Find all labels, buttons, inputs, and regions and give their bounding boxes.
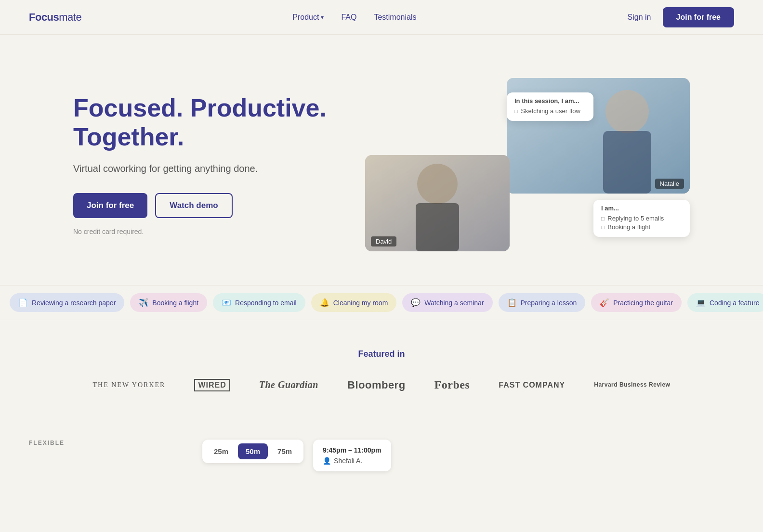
pill-icon: 📄 <box>18 298 28 307</box>
svg-point-1 <box>605 90 649 133</box>
flexible-section: FLEXIBLE 25m50m75m 9:45pm – 11:00pm Shef… <box>0 420 763 481</box>
nav-join-button[interactable]: Join for free <box>663 7 734 27</box>
pill-label: Responding to email <box>235 299 297 307</box>
navbar: Focusmate Product FAQ Testimonials Sign … <box>0 0 763 35</box>
pill-item[interactable]: 📄Reviewing a research paper <box>10 293 124 312</box>
session-user: Shefali A. <box>323 457 381 465</box>
hero-buttons: Join for free Watch demo <box>73 193 331 218</box>
sign-in-link[interactable]: Sign in <box>628 13 651 22</box>
time-option-button[interactable]: 75m <box>270 443 300 459</box>
session-card: 9:45pm – 11:00pm Shefali A. <box>313 440 391 471</box>
publication-logo: The New Yorker <box>93 381 166 389</box>
pill-item[interactable]: 💻Coding a feature <box>687 293 763 312</box>
flexible-right: 25m50m75m 9:45pm – 11:00pm Shefali A. <box>202 440 734 471</box>
pills-strip: 📄Reviewing a research paper✈️Booking a f… <box>0 285 763 320</box>
nav-testimonials[interactable]: Testimonials <box>374 13 416 22</box>
bubble-bottom-item1: Replying to 5 emails <box>601 215 682 222</box>
pill-icon: 🔔 <box>320 298 329 307</box>
pill-item[interactable]: 📧Responding to email <box>213 293 305 312</box>
session-time: 9:45pm – 11:00pm <box>323 446 381 454</box>
featured-section: Featured in The New YorkerWIREDThe Guard… <box>0 320 763 420</box>
pill-icon: 📧 <box>222 298 231 307</box>
logo-text-focus: Focus <box>29 11 59 23</box>
chat-bubble-natalie: In this session, I am... Sketching a use… <box>507 92 593 121</box>
publication-logo: WIRED <box>194 379 230 391</box>
pill-label: Booking a flight <box>152 299 198 307</box>
svg-rect-5 <box>416 203 459 251</box>
hero-subtitle: Virtual coworking for getting anything d… <box>73 161 331 176</box>
hero-note: No credit card required. <box>73 228 331 235</box>
pill-label: Watching a seminar <box>424 299 484 307</box>
pill-icon: 💻 <box>696 298 706 307</box>
publication-logo: FAST COMPANY <box>499 381 565 389</box>
bubble-bottom-title: I am... <box>601 205 682 212</box>
nav-faq[interactable]: FAQ <box>341 13 356 22</box>
nav-links: Product FAQ Testimonials <box>292 13 416 22</box>
logo-text-mate: mate <box>59 11 81 23</box>
pill-label: Cleaning my room <box>333 299 388 307</box>
flexible-left: FLEXIBLE <box>29 440 173 452</box>
nav-actions: Sign in Join for free <box>628 7 734 27</box>
pill-icon: ✈️ <box>139 298 148 307</box>
svg-rect-2 <box>603 131 651 194</box>
chat-bubble-david: I am... Replying to 5 emails Booking a f… <box>593 200 690 237</box>
hero-left: Focused. Productive. Together. Virtual c… <box>73 94 351 235</box>
pill-label: Coding a feature <box>710 299 760 307</box>
bubble-top-item1: Sketching a user flow <box>514 107 586 115</box>
david-badge: David <box>371 236 396 247</box>
natalie-badge: Natalie <box>655 179 684 189</box>
pill-item[interactable]: 🎸Practicing the guitar <box>591 293 682 312</box>
pill-item[interactable]: 💬Watching a seminar <box>402 293 492 312</box>
featured-title: Featured in <box>29 349 734 359</box>
publication-logo: Harvard Business Review <box>594 381 670 388</box>
hero-join-button[interactable]: Join for free <box>73 193 147 218</box>
hero-demo-button[interactable]: Watch demo <box>155 193 232 218</box>
svg-point-4 <box>417 164 458 204</box>
video-card-david: David <box>365 155 510 251</box>
pill-label: Practicing the guitar <box>613 299 673 307</box>
pill-item[interactable]: 🔔Cleaning my room <box>311 293 397 312</box>
time-picker: 25m50m75m <box>202 440 303 463</box>
publication-logo: Forbes <box>434 378 470 391</box>
publication-logo: Bloomberg <box>347 379 406 391</box>
nav-product[interactable]: Product <box>292 13 324 22</box>
logo[interactable]: Focusmate <box>29 11 81 24</box>
bubble-top-title: In this session, I am... <box>514 97 586 104</box>
pill-item[interactable]: ✈️Booking a flight <box>130 293 207 312</box>
pill-item[interactable]: 📋Preparing a lesson <box>499 293 586 312</box>
pill-label: Preparing a lesson <box>521 299 577 307</box>
flexible-label: FLEXIBLE <box>29 440 173 446</box>
time-option-button[interactable]: 25m <box>206 443 236 459</box>
logos-row: The New YorkerWIREDThe GuardianBloomberg… <box>29 378 734 391</box>
hero-title: Focused. Productive. Together. <box>73 94 331 152</box>
pill-icon: 💬 <box>411 298 421 307</box>
pill-label: Reviewing a research paper <box>32 299 116 307</box>
bubble-bottom-item2: Booking a flight <box>601 223 682 231</box>
pills-track: 📄Reviewing a research paper✈️Booking a f… <box>0 293 763 312</box>
pill-icon: 📋 <box>507 298 517 307</box>
pill-icon: 🎸 <box>600 298 609 307</box>
hero-right: Natalie <box>351 78 690 251</box>
time-option-button[interactable]: 50m <box>238 443 268 459</box>
publication-logo: The Guardian <box>259 379 318 390</box>
hero-section: Focused. Productive. Together. Virtual c… <box>0 35 763 285</box>
